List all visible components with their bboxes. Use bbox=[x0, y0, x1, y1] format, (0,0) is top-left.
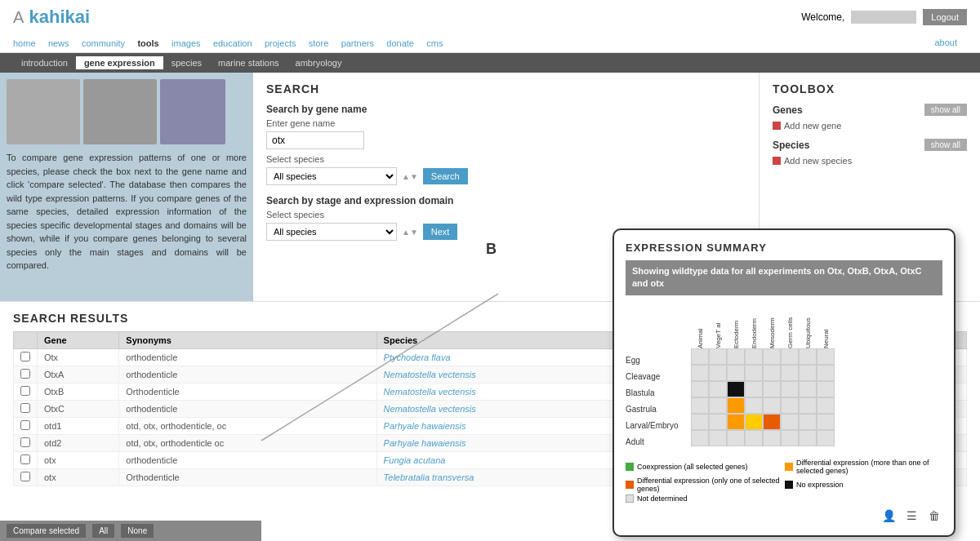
nav-home[interactable]: home bbox=[13, 38, 36, 48]
cell-egg-ubiquitous bbox=[799, 348, 817, 365]
toolbox-title: TOOLBOX bbox=[773, 82, 967, 95]
cell-cleavage-animal bbox=[691, 365, 709, 381]
row-checkbox-1[interactable] bbox=[20, 369, 30, 379]
grid-row-cleavage bbox=[691, 365, 942, 381]
row-checkbox-5[interactable] bbox=[20, 437, 30, 447]
cell-egg-vegetal bbox=[709, 348, 727, 365]
image-3 bbox=[160, 79, 225, 144]
nav-community[interactable]: community bbox=[82, 38, 125, 48]
show-all-genes-button[interactable]: show all bbox=[924, 104, 967, 116]
cell-larval-vegetal bbox=[709, 414, 727, 430]
nav-store[interactable]: store bbox=[309, 38, 328, 48]
nav-education[interactable]: education bbox=[213, 38, 252, 48]
row-checkbox-4[interactable] bbox=[20, 420, 30, 430]
cell-synonyms-4: otd, otx, orthodenticle, oc bbox=[119, 418, 376, 435]
row-checkbox-0[interactable] bbox=[20, 352, 30, 361]
species-select-2[interactable]: All species bbox=[266, 223, 397, 241]
expression-summary-panel: EXPRESSION SUMMARY Showing wildtype data… bbox=[612, 228, 956, 537]
cell-gene-0: Otx bbox=[38, 349, 119, 366]
search-button[interactable]: Search bbox=[423, 168, 468, 184]
person-icon[interactable]: 👤 bbox=[880, 508, 897, 524]
cell-adult-neural bbox=[817, 430, 835, 446]
header-right: Welcome, Logout bbox=[801, 9, 967, 25]
compare-button[interactable]: Compare selected bbox=[7, 524, 86, 538]
subnav-species[interactable]: species bbox=[163, 56, 210, 69]
select-species-label2: Select species bbox=[266, 210, 746, 220]
cell-gastrula-endoderm bbox=[745, 397, 763, 414]
cell-gene-5: otd2 bbox=[38, 435, 119, 452]
col-ubiquitous: Ubiquitous bbox=[799, 304, 817, 348]
col-label-germ: Germ cells bbox=[786, 304, 794, 348]
nav-about[interactable]: about bbox=[934, 38, 957, 47]
col-label-neural: Neural bbox=[822, 304, 830, 348]
expression-legend: Coexpression (all selected genes) Differ… bbox=[626, 459, 942, 503]
col-label-endoderm: Endoderm bbox=[751, 304, 758, 348]
sub-nav: introduction gene expression species mar… bbox=[0, 53, 980, 73]
cell-gene-6: otx bbox=[38, 452, 119, 469]
row-checkbox-2[interactable] bbox=[20, 386, 30, 396]
row-checkbox-3[interactable] bbox=[20, 403, 30, 413]
row-blastula: Blastula bbox=[626, 385, 691, 401]
subnav-gene-expression[interactable]: gene expression bbox=[76, 56, 163, 69]
grid-row-blastula bbox=[691, 381, 942, 397]
show-all-species-button[interactable]: show all bbox=[924, 139, 967, 151]
none-button[interactable]: None bbox=[121, 524, 154, 538]
logout-button[interactable]: Logout bbox=[923, 9, 967, 25]
cell-gastrula-mesoderm bbox=[763, 397, 781, 414]
cell-species-3: Nematostella vectensis bbox=[376, 401, 616, 418]
table-icon[interactable]: ☰ bbox=[903, 508, 920, 524]
row-cleavage: Cleavage bbox=[626, 369, 691, 385]
search-title: SEARCH bbox=[266, 82, 746, 95]
cell-adult-animal bbox=[691, 430, 709, 446]
add-gene-link[interactable]: Add new gene bbox=[773, 121, 967, 131]
species-select-1[interactable]: All species bbox=[266, 167, 397, 185]
nav-projects[interactable]: projects bbox=[265, 38, 296, 48]
nav-news[interactable]: news bbox=[48, 38, 69, 48]
cell-larval-neural bbox=[817, 414, 835, 430]
expression-subtitle: Showing wildtype data for all experiment… bbox=[626, 260, 942, 295]
nav-tools[interactable]: tools bbox=[137, 38, 158, 48]
cell-gene-2: OtxB bbox=[38, 384, 119, 401]
next-button[interactable]: Next bbox=[423, 224, 458, 240]
species-row: Species show all bbox=[773, 139, 967, 151]
col-label-ubiquitous: Ubiquitous bbox=[804, 304, 812, 348]
search-by-gene-section: Search by gene name Enter gene name Sele… bbox=[266, 104, 746, 185]
cell-synonyms-7: Orthodenticle bbox=[119, 469, 376, 486]
panel-images bbox=[7, 79, 247, 144]
add-species-link[interactable]: Add new species bbox=[773, 156, 967, 166]
cell-gastrula-animal bbox=[691, 397, 709, 414]
bottom-bar: Compare selected All None bbox=[0, 521, 261, 541]
image-1 bbox=[7, 79, 80, 144]
gene-name-input[interactable] bbox=[266, 131, 364, 149]
cell-species-7: Telebratalia transversa bbox=[376, 469, 616, 486]
cell-blastula-endoderm bbox=[745, 381, 763, 397]
legend-differential-one: Differential expression (only one of sel… bbox=[626, 477, 783, 493]
cell-species-0: Ptychodera flava bbox=[376, 349, 616, 366]
col-endoderm: Endoderm bbox=[745, 304, 763, 348]
subnav-introduction[interactable]: introduction bbox=[13, 56, 76, 69]
trash-icon[interactable]: 🗑 bbox=[926, 508, 942, 524]
cell-gastrula-vegetal bbox=[709, 397, 727, 414]
legend-color-no-expr bbox=[785, 481, 793, 489]
nav-images[interactable]: images bbox=[172, 38, 200, 48]
subnav-ambryology[interactable]: ambryology bbox=[287, 56, 350, 69]
col-germ: Germ cells bbox=[781, 304, 799, 348]
nav-cms[interactable]: cms bbox=[426, 38, 443, 48]
nav-partners[interactable]: partners bbox=[341, 38, 374, 48]
col-neural: Neural bbox=[817, 304, 835, 348]
cell-synonyms-2: Orthodenticle bbox=[119, 384, 376, 401]
cell-egg-ectoderm bbox=[727, 348, 745, 365]
col-label-vegetal: VegeT al bbox=[715, 304, 722, 348]
row-checkbox-6[interactable] bbox=[20, 455, 30, 464]
cell-cleavage-ubiquitous bbox=[799, 365, 817, 381]
cell-species-2: Nematostella vectensis bbox=[376, 384, 616, 401]
legend-differential-more: Differential expression (more than one o… bbox=[785, 459, 942, 475]
legend-label-no-expr: No expression bbox=[796, 481, 844, 489]
subnav-marine-stations[interactable]: marine stations bbox=[210, 56, 287, 69]
cell-species-6: Fungia acutana bbox=[376, 452, 616, 469]
nav-donate[interactable]: donate bbox=[386, 38, 414, 48]
legend-not-determined: Not determined bbox=[626, 494, 783, 503]
row-checkbox-7[interactable] bbox=[20, 472, 30, 481]
all-button[interactable]: All bbox=[92, 524, 114, 538]
by-gene-label: Search by gene name bbox=[266, 104, 746, 115]
